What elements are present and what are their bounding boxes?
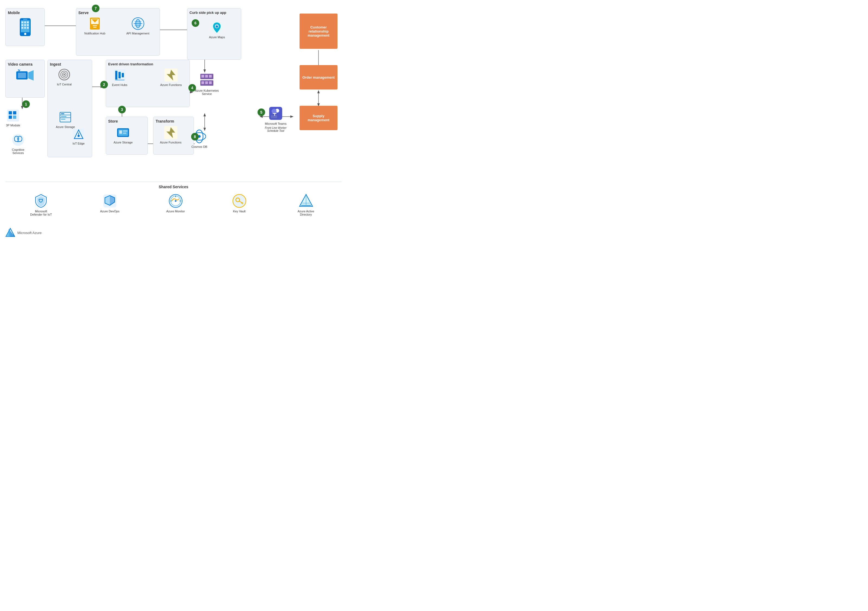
microsoft-teams-icon [268, 106, 283, 121]
azure-storage-store-item: Azure Storage [113, 126, 133, 144]
serve-box: Serve 7 Notification Hub AP [76, 8, 160, 56]
badge-2: 2 [100, 81, 108, 88]
badge-3: 3 [118, 106, 126, 113]
azure-logo-icon [5, 228, 15, 237]
azure-storage-ingest-icon [58, 110, 72, 124]
cognitive-services-item: Cognitive Services [6, 133, 30, 155]
svg-text:🛡: 🛡 [39, 198, 43, 204]
iot-edge-label: IoT Edge [73, 142, 85, 145]
event-hubs-label: Event Hubs [112, 83, 127, 87]
ingest-title: Ingest [50, 62, 90, 67]
iot-central-label: IoT Central [57, 83, 71, 86]
azure-maps-label: Azure Maps [209, 36, 225, 39]
module-3p-item: 3P Module [6, 109, 20, 127]
cognitive-services-icon [11, 133, 25, 147]
azure-storage-store-icon [116, 126, 130, 140]
azure-functions-transform-item: Azure Functions [160, 126, 181, 144]
event-hubs-icon [113, 68, 127, 82]
svg-rect-77 [13, 111, 16, 115]
azure-kubernetes-icon [199, 73, 214, 88]
azure-monitor-item: Azure Monitor [166, 193, 185, 213]
svg-rect-54 [61, 119, 65, 119]
video-camera-box: Video camera [5, 60, 45, 98]
module-3p-icon [6, 109, 20, 123]
supply-box: Supply management [299, 106, 338, 130]
svg-point-17 [24, 33, 26, 35]
mobile-title: Mobile [8, 11, 42, 15]
azure-functions-1-label: Azure Functions [160, 83, 181, 87]
azure-storage-ingest-item: Azure Storage [56, 110, 75, 129]
svg-rect-76 [9, 111, 12, 115]
crm-box: Customer relationship management [299, 14, 338, 49]
iot-edge-icon [72, 128, 85, 141]
badge-6: 6 [192, 19, 199, 27]
order-box: Order management [299, 65, 338, 90]
svg-rect-32 [93, 27, 96, 28]
azure-monitor-label: Azure Monitor [166, 209, 185, 213]
svg-rect-22 [22, 24, 23, 26]
notification-hub-label: Notification Hub [84, 32, 105, 35]
badge-5: 5 [257, 109, 265, 116]
microsoft-teams-label: Microsoft Teams [265, 122, 287, 125]
svg-rect-71 [209, 75, 212, 78]
svg-marker-41 [28, 70, 34, 81]
svg-rect-18 [23, 19, 27, 20]
shared-services-title: Shared Services [5, 185, 341, 189]
svg-point-98 [271, 109, 276, 114]
svg-rect-25 [22, 27, 23, 29]
svg-rect-53 [61, 116, 67, 117]
curbside-title: Curb side pick up app [189, 11, 239, 15]
svg-rect-62 [122, 73, 124, 77]
key-vault-item: Key Vault [232, 193, 247, 213]
api-management-label: API Management [126, 32, 149, 35]
azure-functions-transform-label: Azure Functions [160, 141, 181, 144]
azure-devops-item: Azure DevOps [100, 193, 119, 213]
module-3p-label: 3P Module [6, 124, 20, 127]
key-vault-label: Key Vault [233, 209, 246, 213]
svg-rect-88 [123, 133, 126, 134]
event-hubs-item: Event Hubs [112, 68, 127, 87]
store-title: Store [108, 119, 145, 123]
svg-rect-24 [27, 24, 29, 26]
azure-logo-text: Microsoft Azure [17, 231, 42, 235]
svg-rect-86 [119, 130, 122, 134]
svg-rect-52 [61, 113, 64, 114]
svg-rect-70 [205, 75, 208, 78]
api-management-icon [131, 17, 145, 31]
order-label: Order management [302, 75, 335, 79]
store-box: Store Azure Storage [106, 116, 148, 155]
iot-central-item: IoT Central [57, 68, 71, 86]
azure-logo-area: Microsoft Azure [5, 228, 42, 237]
azure-kubernetes-item: Azure Kubernetes Service [195, 73, 219, 95]
svg-rect-100 [271, 115, 277, 118]
svg-rect-72 [202, 81, 204, 84]
mobile-icon [18, 18, 33, 37]
svg-rect-19 [22, 22, 23, 23]
microsoft-teams-item: Microsoft Teams Front Line Worker Schedu… [264, 106, 288, 132]
svg-point-57 [78, 135, 80, 137]
azure-active-directory-icon [298, 193, 314, 209]
crm-label: Customer relationship management [302, 25, 335, 37]
serve-title: Serve [78, 11, 158, 15]
iot-central-icon [57, 68, 71, 82]
transform-box: Transform Azure Functions [153, 116, 194, 155]
cognitive-services-label: Cognitive Services [6, 148, 30, 155]
key-vault-icon [232, 193, 247, 209]
api-management-item: API Management [126, 17, 149, 35]
supply-label: Supply management [302, 114, 335, 122]
svg-point-109 [175, 200, 177, 202]
svg-point-44 [18, 70, 19, 70]
video-camera-title: Video camera [8, 62, 42, 67]
diagram-container: Mobile Serve 7 [0, 0, 347, 244]
microsoft-defender-label: Microsoft Defender for IoT [29, 209, 53, 216]
iot-edge-item: IoT Edge [72, 128, 85, 145]
svg-rect-42 [18, 73, 26, 78]
azure-kubernetes-label: Azure Kubernetes Service [195, 89, 219, 95]
svg-rect-73 [205, 81, 208, 84]
svg-rect-87 [123, 130, 127, 132]
azure-devops-label: Azure DevOps [100, 209, 119, 213]
azure-functions-1-icon [164, 68, 178, 82]
azure-active-directory-item: Azure Active Directory [294, 193, 318, 216]
azure-maps-item: Azure Maps [209, 20, 225, 39]
notification-hub-item: Notification Hub [84, 17, 105, 35]
